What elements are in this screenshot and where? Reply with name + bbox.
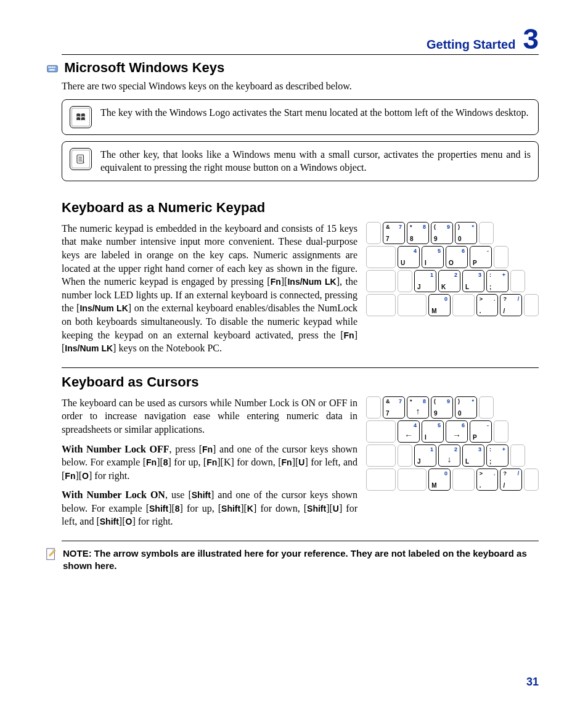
keypad-blank-key — [524, 294, 539, 316]
keypad-blank-key — [510, 444, 525, 467]
section-divider-2 — [62, 541, 539, 541]
key-top-label: ? — [503, 470, 507, 477]
section1-intro: There are two special Windows keys on th… — [62, 80, 539, 93]
key-numeric-label: + — [502, 272, 505, 278]
key-top-label: : — [489, 272, 491, 278]
key-numeric-label: 9 — [447, 398, 450, 404]
key-main-label: / — [503, 308, 505, 314]
note-icon — [46, 547, 57, 560]
key-numeric-label: 7 — [399, 398, 402, 404]
key-numeric-label: 3 — [478, 446, 481, 452]
key-arrow-icon: ← — [398, 430, 419, 440]
key-main-label: 0 — [458, 235, 462, 242]
svg-rect-2 — [50, 67, 51, 68]
svg-rect-1 — [48, 67, 49, 68]
keypad-blank-key — [366, 469, 396, 491]
keypad-blank-key — [366, 420, 396, 443]
key-main-label: P — [473, 434, 477, 441]
header-section-title: Getting Started — [427, 38, 515, 52]
key-numeric-label: . — [494, 296, 496, 302]
key-main-label: ; — [489, 458, 491, 465]
keypad-blank-key — [398, 270, 412, 292]
keyboard-icon — [47, 61, 58, 71]
key-main-label: I — [425, 434, 427, 441]
menu-key-block: The other key, that looks like a Windows… — [62, 141, 539, 181]
key-main-label: 7 — [386, 410, 390, 417]
keypad-key: &77 — [383, 396, 405, 419]
key-main-label: J — [417, 284, 421, 290]
section-title-cursors: Keyboard as Cursors — [62, 374, 539, 390]
key-main-label: L — [465, 458, 469, 465]
keypad-key: 6O — [446, 246, 468, 268]
key-numeric-label: 6 — [462, 248, 465, 254]
key-main-label: J — [417, 458, 421, 465]
keypad-key: 3L — [462, 270, 484, 292]
key-main-label: / — [503, 482, 505, 489]
section-title-windows-keys: Microsoft Windows Keys — [62, 60, 539, 76]
key-numeric-label: + — [502, 446, 505, 452]
keypad-key: 1J — [414, 270, 436, 292]
note-block: NOTE: The arrow symbols are illustrated … — [62, 547, 539, 573]
keypad-blank-key — [398, 294, 427, 316]
key-numeric-label: 4 — [414, 422, 417, 428]
key-main-label: 7 — [386, 235, 390, 242]
header-chapter-number: 3 — [523, 25, 539, 53]
key-main-label: 8 — [410, 235, 414, 242]
key-main-label: 9 — [434, 410, 438, 417]
keypad-blank-key — [494, 420, 508, 443]
key-numeric-label: 9 — [447, 224, 450, 230]
key-numeric-label: / — [518, 470, 520, 477]
keypad-blank-key — [366, 246, 396, 268]
keypad-key: 1J — [414, 444, 436, 467]
key-main-label: 9 — [434, 235, 438, 242]
svg-rect-5 — [49, 69, 55, 70]
key-main-label: I — [425, 260, 427, 266]
section3-para3: With Number Lock ON, use [Shift] and one… — [62, 488, 357, 528]
section-title-numeric-keypad: Keyboard as a Numeric Keypad — [62, 200, 539, 216]
keypad-key: -P — [470, 246, 492, 268]
key-main-label: . — [480, 308, 481, 314]
key-main-label: M — [431, 482, 436, 489]
keypad-key: *8↑ — [407, 396, 429, 419]
key-numeric-label: 3 — [478, 272, 481, 278]
key-top-label: & — [386, 224, 390, 230]
section3-para1: The keyboard can be used as cursors whil… — [62, 396, 357, 436]
keypad-blank-key — [366, 444, 396, 467]
keypad-key: 6→ — [446, 420, 468, 443]
key-numeric-label: 4 — [414, 248, 417, 254]
windows-logo-key-desc: The key with the Windows Logo activates … — [100, 106, 528, 120]
key-main-label: 0 — [458, 410, 462, 417]
key-main-label: M — [431, 308, 436, 314]
section1-title-text: Microsoft Windows Keys — [64, 60, 224, 75]
key-main-label: U — [401, 260, 405, 266]
keypad-key: ?// — [500, 294, 522, 316]
key-numeric-label: * — [472, 224, 474, 230]
header-rule — [62, 54, 539, 55]
note-text: NOTE: The arrow symbols are illustrated … — [63, 547, 539, 573]
keypad-key: 4← — [398, 420, 420, 443]
key-top-label: ) — [458, 224, 460, 230]
key-main-label: O — [449, 260, 454, 266]
key-numeric-label: 6 — [462, 422, 465, 428]
keypad-key: :+; — [486, 270, 508, 292]
key-main-label: L — [465, 284, 469, 290]
keypad-key: *88 — [407, 222, 429, 244]
keypad-key: -P — [470, 420, 492, 443]
key-top-label: > — [480, 470, 483, 477]
key-main-label: P — [473, 260, 477, 266]
key-numeric-label: - — [487, 422, 489, 428]
menu-key-desc: The other key, that looks like a Windows… — [100, 148, 531, 174]
keypad-key: 0M — [428, 469, 451, 491]
menu-key-icon — [70, 148, 92, 170]
key-top-label: > — [480, 296, 483, 302]
keypad-key: 5I — [422, 246, 444, 268]
keypad-key: 4U — [398, 246, 420, 268]
key-top-label: * — [410, 224, 412, 230]
keypad-key: >.. — [476, 294, 499, 316]
keypad-key: 2K — [438, 270, 460, 292]
section2-paragraph: The numeric keypad is embedded in the ke… — [62, 222, 357, 355]
key-top-label: ( — [434, 398, 436, 404]
section-divider-1 — [62, 367, 539, 368]
keypad-key: 2↓ — [438, 444, 460, 467]
key-numeric-label: - — [487, 248, 489, 254]
